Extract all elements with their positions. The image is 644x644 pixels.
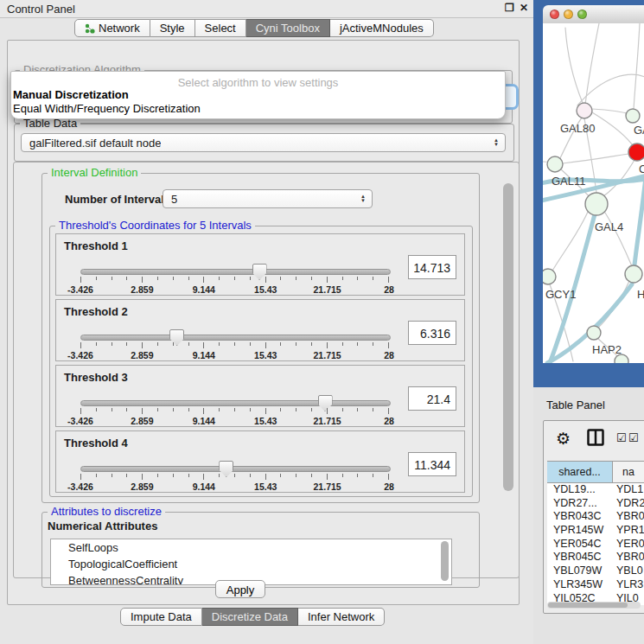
tick-mark <box>357 277 358 280</box>
tab-jactivemnodules[interactable]: jActiveMNodules <box>330 19 434 37</box>
tick-mark <box>173 408 174 411</box>
threshold-slider-track[interactable] <box>80 466 391 472</box>
table-column-header[interactable]: shared... <box>547 462 613 482</box>
table-row[interactable]: YPR145WYPR1 <box>547 524 644 538</box>
table-row[interactable]: YBR045CYBR0 <box>547 551 644 564</box>
table-cell: YLR345W <box>547 578 613 592</box>
tab-label: Infer Network <box>308 610 374 623</box>
threshold-value-field[interactable]: 11.344 <box>408 452 456 476</box>
table-cell: YER054C <box>547 538 613 552</box>
tick-mark <box>342 408 343 411</box>
network-node[interactable] <box>543 269 556 284</box>
attribute-list-item[interactable]: SelfLoops <box>51 539 451 556</box>
attributes-group-title: Attributes to discretize <box>48 505 165 518</box>
table-panel-box: ⚙ ☑ ☑ shared...na YDL19...YDL1YDR27...YD… <box>543 420 644 614</box>
threshold-row: Threshold 2-3.4262.8599.14415.4321.71528… <box>55 299 465 361</box>
tab-network[interactable]: Network <box>74 19 150 37</box>
scale-label: 9.144 <box>193 481 215 492</box>
tick-mark <box>203 408 204 414</box>
network-edge <box>634 23 640 110</box>
table-row[interactable]: YBR043CYBR0 <box>547 510 644 524</box>
network-node[interactable] <box>547 156 563 172</box>
network-node[interactable] <box>625 265 642 283</box>
table-data-groupbox: Table Data galFiltered.sif default node … <box>14 124 514 162</box>
table-cell: YBR045C <box>547 551 613 564</box>
tick-mark <box>157 277 158 280</box>
table-row[interactable]: YBL079WYBL0 <box>547 564 644 578</box>
numerical-attributes-list[interactable]: SelfLoopsTopologicalCoefficientBetweenne… <box>50 539 452 585</box>
float-window-icon[interactable]: ❐ <box>505 2 514 14</box>
network-node[interactable] <box>628 143 644 161</box>
network-window-titlebar[interactable] <box>543 5 644 24</box>
threshold-value-field[interactable]: 6.316 <box>408 321 456 345</box>
table-column-header[interactable]: na <box>613 462 644 482</box>
network-node[interactable] <box>585 193 608 215</box>
threshold-slider-track[interactable] <box>80 335 391 341</box>
table-row[interactable]: YDL19...YDL1 <box>547 483 644 497</box>
tick-mark <box>219 474 220 477</box>
tick-mark <box>203 474 204 480</box>
tick-mark <box>280 277 281 280</box>
scale-label: 28 <box>384 284 394 295</box>
apply-button[interactable]: Apply <box>215 580 265 598</box>
network-node[interactable] <box>626 109 640 123</box>
threshold-value-field[interactable]: 21.4 <box>408 386 456 411</box>
tab-style[interactable]: Style <box>150 19 195 37</box>
table-row[interactable]: YER054CYER0 <box>547 538 644 552</box>
combo-stepper-icon: ▲▼ <box>494 138 505 147</box>
horizontal-scrollbar-thumb[interactable] <box>548 603 628 608</box>
checkbox-icon[interactable]: ☑ <box>628 431 639 444</box>
table-cell: YBR043C <box>547 510 613 524</box>
attribute-list-item[interactable]: TopologicalCoefficient <box>51 556 451 572</box>
close-window-icon[interactable]: ✕ <box>520 2 528 14</box>
tick-mark <box>296 408 296 411</box>
attributes-groupbox: Attributes to discretize Numerical Attri… <box>41 512 480 588</box>
network-node[interactable] <box>615 354 628 363</box>
tick-mark <box>142 408 143 414</box>
tick-mark <box>219 408 220 411</box>
number-of-intervals-combobox[interactable]: 5 ▲▼ <box>163 189 373 208</box>
tick-mark <box>280 408 281 411</box>
tick-mark <box>357 408 358 411</box>
scale-label: -3.426 <box>67 416 93 426</box>
tab-infer-network[interactable]: Infer Network <box>298 608 385 626</box>
tick-mark <box>203 342 204 348</box>
list-scrollbar[interactable] <box>441 541 449 581</box>
network-node-label: GAL80 <box>560 122 595 135</box>
scale-label: 2.859 <box>131 416 153 426</box>
tick-mark <box>388 474 389 480</box>
tick-mark <box>388 342 389 348</box>
zoom-traffic-light[interactable] <box>577 10 587 19</box>
table-row[interactable]: YDR27...YDR2 <box>547 497 644 511</box>
panel-title: Control Panel <box>7 3 75 16</box>
slider-ticks <box>80 277 389 283</box>
threshold-slider-track[interactable] <box>80 269 391 275</box>
tab-select[interactable]: Select <box>195 19 246 37</box>
network-canvas[interactable]: GAL80GACGAL11GAL4GCY1HHAP2 <box>543 23 644 363</box>
slider-ticks <box>80 474 389 480</box>
columns-icon[interactable] <box>587 429 604 446</box>
threshold-value-field[interactable]: 14.713 <box>408 255 456 279</box>
node-table[interactable]: shared...na YDL19...YDL1YDR27...YDR2YBR0… <box>547 461 644 605</box>
close-traffic-light[interactable] <box>550 10 559 19</box>
table-cell: YER0 <box>613 538 644 552</box>
table-header-row[interactable]: shared...na <box>547 461 644 483</box>
scale-label: 2.859 <box>131 284 153 295</box>
table-cell: YDL19... <box>547 483 613 497</box>
vertical-scrollbar[interactable] <box>503 183 513 491</box>
threshold-slider-track[interactable] <box>80 400 391 406</box>
tab-cyni-toolbox[interactable]: Cyni Toolbox <box>246 19 330 37</box>
algorithm-option[interactable]: Manual Discretization <box>13 88 129 101</box>
network-node[interactable] <box>587 326 601 340</box>
network-node[interactable] <box>577 103 592 118</box>
network-node-label: C <box>639 163 644 175</box>
horizontal-scrollbar[interactable] <box>547 602 641 609</box>
minimize-traffic-light[interactable] <box>564 10 573 19</box>
algorithm-option[interactable]: Equal Width/Frequency Discretization <box>13 102 201 115</box>
table-row[interactable]: YLR345WYLR3 <box>547 578 644 592</box>
tab-impute-data[interactable]: Impute Data <box>120 608 202 626</box>
checkbox-icon[interactable]: ☑ <box>616 431 627 444</box>
table-data-combobox[interactable]: galFiltered.sif default node ▲▼ <box>21 133 506 152</box>
tab-discretize-data[interactable]: Discretize Data <box>202 608 298 626</box>
gear-icon[interactable]: ⚙ <box>556 429 571 449</box>
